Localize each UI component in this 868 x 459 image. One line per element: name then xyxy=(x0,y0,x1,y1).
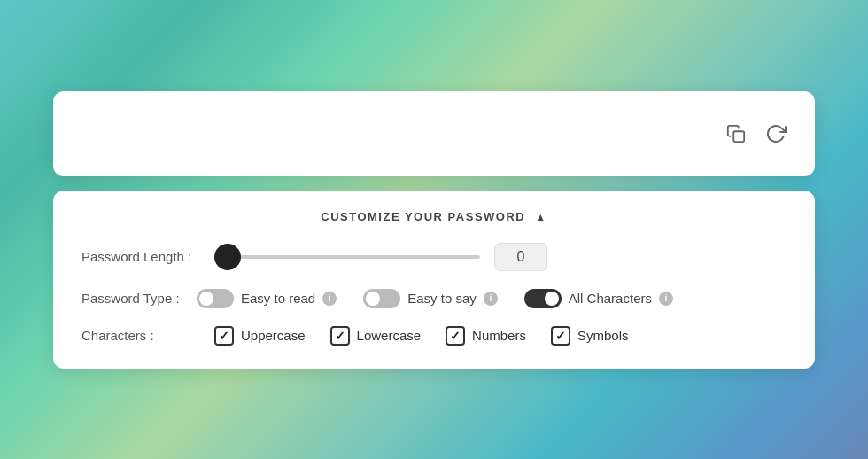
type-label: Password Type : xyxy=(81,291,197,306)
length-display: 0 xyxy=(494,243,547,271)
length-slider[interactable] xyxy=(214,255,480,259)
lowercase-check-icon: ✓ xyxy=(335,330,345,342)
numbers-check-icon: ✓ xyxy=(450,330,461,342)
all-chars-label: All Characters xyxy=(569,291,652,306)
length-label: Password Length : xyxy=(81,249,214,264)
easy-read-slider xyxy=(197,289,234,308)
password-display-card xyxy=(53,91,815,176)
numbers-label: Numbers xyxy=(472,328,526,343)
all-chars-info-icon[interactable]: i xyxy=(659,292,673,306)
easy-read-info-icon[interactable]: i xyxy=(322,292,337,306)
numbers-checkbox[interactable]: ✓ xyxy=(446,326,465,346)
easy-say-info-icon[interactable]: i xyxy=(484,292,498,306)
char-group-symbols: ✓ Symbols xyxy=(551,326,629,346)
easy-read-toggle[interactable] xyxy=(197,289,234,308)
all-chars-slider xyxy=(524,289,562,308)
copy-button[interactable] xyxy=(723,121,749,147)
chevron-up-icon[interactable]: ▲ xyxy=(535,211,546,223)
uppercase-checkbox[interactable]: ✓ xyxy=(214,326,234,346)
password-type-row: Password Type : Easy to read i Easy to s… xyxy=(81,289,787,308)
characters-label: Characters : xyxy=(81,328,214,343)
characters-row: Characters : ✓ Uppercase ✓ Lowercase ✓ N… xyxy=(81,326,787,346)
char-group-uppercase: ✓ Uppercase xyxy=(214,326,306,346)
char-group-numbers: ✓ Numbers xyxy=(446,326,526,346)
easy-say-label: Easy to say xyxy=(407,291,477,306)
uppercase-check-icon: ✓ xyxy=(219,330,229,342)
type-group-easy-say: Easy to say i xyxy=(363,289,498,308)
type-group-easy-read: Easy to read i xyxy=(197,289,337,308)
symbols-checkbox[interactable]: ✓ xyxy=(551,326,570,346)
all-chars-toggle[interactable] xyxy=(524,289,562,308)
refresh-button[interactable] xyxy=(762,120,790,148)
slider-container: 0 xyxy=(214,243,787,271)
type-group-all-chars: All Characters i xyxy=(524,289,673,308)
lowercase-checkbox[interactable]: ✓ xyxy=(330,326,350,346)
easy-read-label: Easy to read xyxy=(241,291,315,306)
char-group-lowercase: ✓ Lowercase xyxy=(330,326,422,346)
svg-rect-0 xyxy=(733,131,744,142)
section-title: CUSTOMIZE YOUR PASSWORD ▲ xyxy=(81,210,787,223)
password-length-row: Password Length : 0 xyxy=(81,243,787,271)
symbols-check-icon: ✓ xyxy=(555,330,566,342)
symbols-label: Symbols xyxy=(577,328,629,343)
lowercase-label: Lowercase xyxy=(357,328,422,343)
uppercase-label: Uppercase xyxy=(241,328,306,343)
customize-card: CUSTOMIZE YOUR PASSWORD ▲ Password Lengt… xyxy=(53,191,815,369)
section-title-text: CUSTOMIZE YOUR PASSWORD xyxy=(321,210,525,223)
easy-say-slider xyxy=(363,289,400,308)
easy-say-toggle[interactable] xyxy=(363,289,400,308)
